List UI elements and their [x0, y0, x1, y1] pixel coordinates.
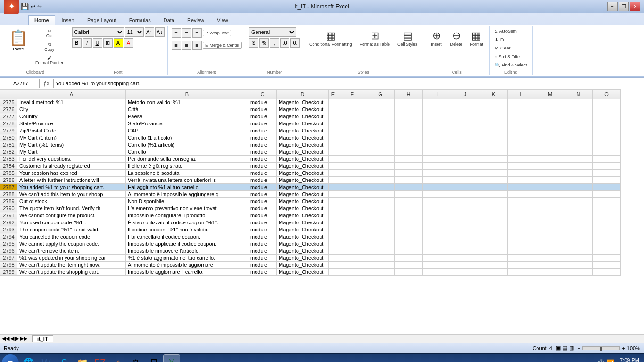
- cell-2779-B[interactable]: CAP: [126, 127, 248, 134]
- empty-cell[interactable]: [479, 106, 508, 113]
- empty-cell[interactable]: [536, 269, 564, 276]
- empty-cell[interactable]: [593, 148, 621, 156]
- empty-cell[interactable]: [479, 205, 508, 212]
- cell-2781-D[interactable]: Magento_Checkout: [277, 141, 329, 148]
- align-top-center-button[interactable]: ≡: [182, 28, 191, 38]
- empty-cell[interactable]: [564, 255, 593, 262]
- empty-cell[interactable]: [338, 269, 366, 276]
- empty-cell[interactable]: [536, 156, 564, 163]
- sort-filter-button[interactable]: ↕ Sort & Filter: [493, 53, 523, 60]
- empty-cell[interactable]: [329, 99, 338, 106]
- empty-cell[interactable]: [338, 212, 366, 219]
- empty-cell[interactable]: [508, 240, 536, 247]
- cut-button[interactable]: ✂ Cut: [33, 27, 66, 40]
- cell-2793-C[interactable]: module: [248, 226, 277, 233]
- table-row[interactable]: 2785Your session has expiredLa sessione …: [0, 170, 621, 177]
- empty-cell[interactable]: [536, 255, 564, 262]
- empty-cell[interactable]: [564, 99, 593, 106]
- empty-cell[interactable]: [395, 156, 423, 163]
- empty-cell[interactable]: [508, 170, 536, 177]
- empty-cell[interactable]: [508, 134, 536, 141]
- empty-cell[interactable]: [366, 177, 395, 184]
- empty-cell[interactable]: [593, 205, 621, 212]
- empty-cell[interactable]: [508, 219, 536, 226]
- row-header[interactable]: 2785: [0, 170, 17, 177]
- cell-2794-C[interactable]: module: [248, 233, 277, 240]
- empty-cell[interactable]: [395, 205, 423, 212]
- cell-2780-C[interactable]: module: [248, 134, 277, 141]
- empty-cell[interactable]: [423, 247, 451, 255]
- horizontal-scrollbar[interactable]: [54, 336, 644, 342]
- number-format-select[interactable]: General: [249, 27, 296, 37]
- empty-cell[interactable]: [338, 148, 366, 156]
- cell-2781-A[interactable]: My Cart (%1 items): [17, 141, 126, 148]
- percent-button[interactable]: %: [259, 38, 269, 48]
- empty-cell[interactable]: [395, 141, 423, 148]
- start-button[interactable]: ⊞: [2, 354, 19, 362]
- find-select-button[interactable]: 🔍 Find & Select: [493, 61, 529, 69]
- page-break-view-icon[interactable]: ▥: [569, 345, 574, 351]
- cell-2795-B[interactable]: Impossibile applicare il codice coupon.: [126, 240, 248, 247]
- empty-cell[interactable]: [536, 226, 564, 233]
- col-header-i[interactable]: I: [423, 90, 451, 99]
- empty-cell[interactable]: [366, 219, 395, 226]
- empty-cell[interactable]: [564, 141, 593, 148]
- empty-cell[interactable]: [338, 205, 366, 212]
- empty-cell[interactable]: [593, 191, 621, 198]
- table-row[interactable]: 2775Invalid method: %1Metodo non valido:…: [0, 99, 621, 106]
- row-header[interactable]: 2776: [0, 106, 17, 113]
- cell-2795-A[interactable]: We cannot apply the coupon code.: [17, 240, 126, 247]
- empty-cell[interactable]: [479, 120, 508, 127]
- empty-cell[interactable]: [508, 191, 536, 198]
- empty-cell[interactable]: [508, 198, 536, 205]
- empty-cell[interactable]: [564, 219, 593, 226]
- empty-cell[interactable]: [451, 191, 479, 198]
- empty-cell[interactable]: [564, 191, 593, 198]
- paste-button[interactable]: 📋 Paste: [5, 27, 32, 53]
- cell-2779-D[interactable]: Magento_Checkout: [277, 127, 329, 134]
- empty-cell[interactable]: [536, 127, 564, 134]
- empty-cell[interactable]: [338, 127, 366, 134]
- font-size-select[interactable]: 11: [125, 27, 144, 37]
- fill-button[interactable]: ⬇ Fill: [493, 36, 508, 43]
- empty-cell[interactable]: [451, 233, 479, 240]
- cell-2789-D[interactable]: Magento_Checkout: [277, 198, 329, 205]
- row-header[interactable]: 2797: [0, 255, 17, 262]
- empty-cell[interactable]: [564, 212, 593, 219]
- empty-cell[interactable]: [329, 226, 338, 233]
- table-row[interactable]: 2796We can't remove the item.Impossibile…: [0, 247, 621, 255]
- empty-cell[interactable]: [451, 156, 479, 163]
- empty-cell[interactable]: [395, 198, 423, 205]
- empty-cell[interactable]: [395, 177, 423, 184]
- taskbar-clock[interactable]: 7:09 PM 1/4/2019: [616, 357, 642, 362]
- sheet-nav-next[interactable]: ▶: [15, 336, 19, 342]
- empty-cell[interactable]: [564, 148, 593, 156]
- fill-color-button[interactable]: A: [114, 38, 123, 48]
- empty-cell[interactable]: [329, 148, 338, 156]
- taskbar-putty[interactable]: 🖥: [145, 354, 162, 362]
- row-header[interactable]: 2789: [0, 198, 17, 205]
- empty-cell[interactable]: [329, 240, 338, 247]
- col-header-j[interactable]: J: [451, 90, 479, 99]
- autosum-button[interactable]: Σ AutoSum: [493, 27, 519, 35]
- cell-2776-B[interactable]: Città: [126, 106, 248, 113]
- cell-2787-A[interactable]: You added %1 to your shopping cart.: [17, 184, 126, 191]
- empty-cell[interactable]: [479, 170, 508, 177]
- table-row[interactable]: 2782My CartCarrellomoduleMagento_Checkou…: [0, 148, 621, 156]
- empty-cell[interactable]: [366, 240, 395, 247]
- empty-cell[interactable]: [593, 163, 621, 170]
- cell-2782-D[interactable]: Magento_Checkout: [277, 148, 329, 156]
- empty-cell[interactable]: [564, 120, 593, 127]
- increase-font-button[interactable]: A↑: [145, 27, 154, 37]
- empty-cell[interactable]: [479, 255, 508, 262]
- empty-cell[interactable]: [508, 106, 536, 113]
- empty-cell[interactable]: [366, 212, 395, 219]
- taskbar-excel[interactable]: X: [163, 354, 180, 362]
- row-header[interactable]: 2778: [0, 120, 17, 127]
- row-header[interactable]: 2786: [0, 177, 17, 184]
- cell-2778-C[interactable]: module: [248, 120, 277, 127]
- cell-2778-B[interactable]: Stato/Provincia: [126, 120, 248, 127]
- cell-2775-D[interactable]: Magento_Checkout: [277, 99, 329, 106]
- table-row[interactable]: 2778State/ProvinceStato/ProvinciamoduleM…: [0, 120, 621, 127]
- taskbar-filezilla[interactable]: FZ: [91, 354, 108, 362]
